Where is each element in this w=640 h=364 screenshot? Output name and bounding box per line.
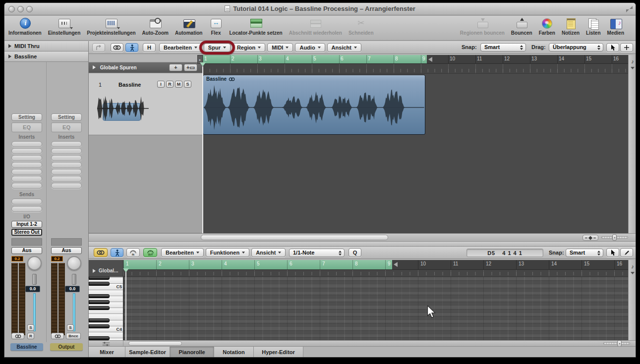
note-zoom-icon[interactable]: ♪ (629, 58, 636, 64)
arrange-bearbeiten-menu[interactable]: Bearbeiten (159, 43, 202, 52)
pianoroll-bearbeiten-menu[interactable]: Bearbeiten (161, 248, 204, 257)
resize-icon[interactable] (626, 6, 633, 12)
insert-slot[interactable] (51, 141, 82, 147)
waveform-zoom-button[interactable] (582, 235, 598, 241)
piano-key-black[interactable] (89, 318, 110, 322)
piano-key-black[interactable] (89, 336, 110, 340)
stereo-format-button[interactable] (51, 333, 64, 339)
link-button[interactable] (111, 43, 123, 52)
insert-slot[interactable] (51, 155, 82, 161)
arrange-hscroll-thumb[interactable] (201, 235, 388, 240)
catch-playhead-button[interactable] (125, 43, 138, 52)
solo-button[interactable]: S (27, 324, 34, 331)
snap-dropdown[interactable]: Smart (480, 43, 526, 52)
arrange-playhead[interactable] (202, 66, 203, 233)
send-slot[interactable] (11, 206, 42, 212)
note-zoom-icon[interactable]: ♪ (629, 263, 636, 269)
toolbar-item-informationen[interactable]: Informationen (8, 17, 42, 36)
pianoroll-bar-ruler[interactable]: 12345678910111213141516 (123, 260, 628, 270)
tab-pianorolle[interactable]: Pianorolle (170, 347, 214, 358)
insert-slot[interactable] (11, 169, 42, 175)
inspector-section-bassline[interactable]: Bassline (4, 52, 88, 62)
inspector-section-midi-thru[interactable]: MIDI Thru (4, 41, 88, 52)
fader-cap[interactable] (32, 274, 37, 285)
piano-key-black[interactable] (89, 282, 110, 286)
toolbar-item-automation[interactable]: Automation (175, 17, 203, 36)
note-value-dropdown[interactable]: 1/1-Note (289, 249, 345, 257)
arrange-right-scrollbar[interactable]: ♪ (628, 55, 636, 233)
global-tracks-bar[interactable]: Globale Spuren + +▭ (89, 62, 203, 73)
arrange-midi-menu[interactable]: MIDI (267, 43, 293, 52)
tab-mixer[interactable]: Mixer (89, 347, 125, 358)
pianoroll-grid[interactable] (123, 277, 628, 340)
duplicate-track-button[interactable]: +▭ (184, 64, 197, 71)
pointer-tool-button[interactable] (606, 248, 619, 257)
playhead-triangle[interactable] (200, 62, 206, 66)
tab-sample-editor[interactable]: Sample-Editor (125, 347, 170, 358)
pianoroll-right-scrollbar[interactable]: ♪ (628, 260, 636, 346)
toolbar-item-notizen[interactable]: Notizen (562, 17, 580, 36)
input-button[interactable]: Input 1-2 (11, 221, 42, 228)
insert-slot[interactable] (11, 176, 42, 182)
toolbar-item-medien[interactable]: Medien (607, 17, 624, 36)
cycle-end-marker-icon[interactable] (394, 262, 398, 267)
group-slot[interactable] (11, 238, 42, 246)
toolbar-item-locator-punkte-setzen[interactable]: Locator-Punkte setzen (229, 17, 282, 36)
chevron-down-icon[interactable] (631, 67, 635, 69)
piano-key-black[interactable] (89, 300, 110, 304)
track-list-empty-area[interactable] (89, 135, 203, 233)
pianoroll-hscroll-thumb[interactable] (128, 341, 182, 346)
channel-name-tag[interactable]: Bassline (10, 343, 43, 351)
send-slot[interactable] (11, 199, 42, 205)
track-name[interactable]: Bassline (118, 82, 141, 88)
toolbar-item-bouncen[interactable]: Bouncen (511, 17, 532, 36)
insert-slot[interactable] (11, 141, 42, 147)
catch-playhead-button[interactable] (111, 248, 123, 257)
toolbar-item-einstellungen[interactable]: Einstellungen (48, 17, 81, 36)
pan-knob[interactable] (27, 256, 42, 270)
arrange-audio-menu[interactable]: Audio (295, 43, 325, 52)
pencil-tool-button[interactable] (620, 248, 633, 257)
piano-key-black[interactable] (89, 277, 110, 280)
insert-slot[interactable] (11, 155, 42, 161)
arrange-region-menu[interactable]: Region (233, 43, 265, 52)
track-m-button[interactable]: M (175, 81, 182, 88)
toolbar-item-auto-zoom[interactable]: Auto-Zoom (142, 17, 169, 36)
hide-tracks-button[interactable]: H (143, 43, 156, 52)
record-enable-button[interactable]: R (27, 333, 34, 339)
toolbar-item-flex[interactable]: Flex (209, 17, 223, 36)
track-i-button[interactable]: I (157, 81, 165, 88)
insert-slot[interactable] (51, 183, 82, 189)
chevron-down-icon[interactable] (631, 272, 635, 274)
add-track-button[interactable]: + (169, 64, 182, 71)
midi-out-button[interactable]: OUT (143, 248, 157, 257)
insert-slot[interactable] (11, 162, 42, 168)
cycle-end-marker-icon[interactable] (428, 57, 432, 62)
drag-dropdown[interactable]: Überlappung (549, 43, 603, 52)
insert-slot[interactable] (51, 148, 82, 154)
pan-knob[interactable] (67, 256, 81, 270)
tab-notation[interactable]: Notation (214, 347, 254, 358)
piano-key-black[interactable] (89, 306, 110, 310)
channel-eq-button[interactable]: EQ (11, 122, 42, 132)
track-row[interactable]: 1 Bassline IRMS (89, 74, 203, 135)
toolbar-item-projekteinstellungen[interactable]: Projekteinstellungen (87, 17, 135, 36)
pointer-tool-button[interactable] (606, 43, 619, 52)
solo-button[interactable]: S (67, 324, 74, 331)
arrange-zoom-slider[interactable] (601, 234, 628, 241)
toolbar-item-listen[interactable]: Listen (586, 17, 600, 36)
pianoroll-ansicht-menu[interactable]: Ansicht (251, 248, 286, 257)
mute-aus-button[interactable]: Aus (51, 247, 82, 254)
pianoroll-funktionen-menu[interactable]: Funktionen (206, 248, 249, 257)
pianoroll-global-tracks[interactable]: Global... (89, 260, 123, 277)
insert-slot[interactable] (51, 176, 82, 182)
toolbar-item-farben[interactable]: Farben (539, 17, 555, 36)
output-button[interactable]: Stereo Out (11, 229, 42, 236)
fader-cap[interactable] (72, 274, 76, 285)
pane-divider[interactable] (89, 242, 636, 247)
pencil-tool-button[interactable] (620, 43, 633, 52)
channel-setting-button[interactable]: Setting (51, 113, 82, 121)
channel-name-tag[interactable]: Output (50, 343, 83, 351)
track-s-button[interactable]: S (184, 81, 191, 88)
channel-eq-button[interactable]: EQ (51, 122, 82, 132)
